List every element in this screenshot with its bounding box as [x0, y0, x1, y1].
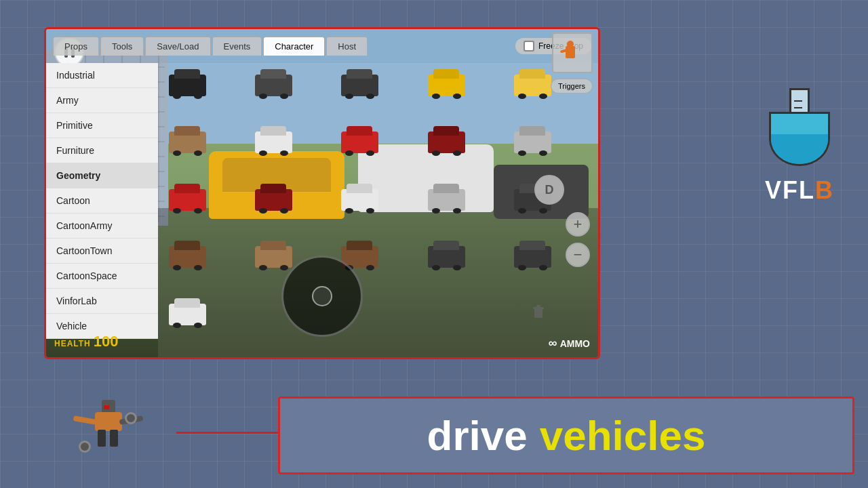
trash-button[interactable] [526, 299, 551, 323]
robot-wheel-left [79, 441, 91, 453]
category-primitive[interactable]: Primitive [46, 113, 158, 138]
vflb-b: B [815, 176, 834, 205]
vehicle-item[interactable] [422, 240, 470, 274]
category-vinforlab[interactable]: VinforLab [46, 289, 158, 314]
gun-crosshair [254, 235, 390, 357]
tab-saveload[interactable]: Save/Load [145, 37, 210, 56]
vehicle-item[interactable] [509, 68, 557, 102]
flask-body [769, 112, 830, 166]
health-display: HEALTH 100 [54, 333, 119, 350]
vehicle-item[interactable] [509, 240, 557, 274]
category-army[interactable]: Army [46, 88, 158, 113]
vehicle-item[interactable] [336, 125, 384, 159]
prop-preview [552, 33, 593, 73]
vflb-f: F [783, 176, 799, 205]
vehicle-item[interactable] [163, 298, 211, 331]
crosshair-circle [281, 256, 363, 337]
d-button[interactable]: D [534, 175, 564, 205]
vehicle-item[interactable] [422, 68, 470, 102]
freeze-prop-checkbox[interactable] [524, 41, 534, 52]
vehicle-item[interactable] [163, 68, 211, 102]
robot-leg-right [110, 430, 118, 447]
robot-arm-left [73, 415, 98, 425]
caption-word1: drive [427, 415, 528, 457]
svg-rect-2 [536, 305, 540, 308]
category-cartoontown[interactable]: CartoonTown [46, 239, 158, 264]
robot-leg-left [98, 430, 106, 447]
flask-neck [789, 88, 810, 112]
tab-tools[interactable]: Tools [100, 37, 144, 56]
robot-torso [95, 412, 122, 431]
vflb-logo: V F L B [765, 88, 834, 205]
robot-figure [68, 393, 163, 461]
vflb-text: V F L B [765, 176, 834, 205]
flask-container [766, 88, 833, 176]
ammo-infinity-icon: ∞ [549, 336, 557, 350]
vehicle-item[interactable] [163, 183, 211, 217]
vehicle-item[interactable] [163, 125, 211, 159]
vehicle-item[interactable] [336, 68, 384, 102]
vehicle-item[interactable] [163, 240, 211, 274]
vehicle-item[interactable] [336, 183, 384, 217]
category-furniture[interactable]: Furniture [46, 138, 158, 163]
health-value: 100 [94, 333, 119, 350]
category-cartoonarmy[interactable]: CartoonArmy [46, 214, 158, 239]
triggers-button[interactable]: Triggers [551, 79, 593, 94]
tab-props[interactable]: Props [53, 37, 99, 56]
vehicle-item[interactable] [250, 183, 297, 217]
right-panel: Triggers [551, 33, 593, 94]
vflb-l: L [799, 176, 815, 205]
arrow-line [176, 432, 285, 434]
game-viewport: Props Tools Save/Load Events Character H… [44, 27, 600, 359]
vehicle-item[interactable] [422, 183, 470, 217]
robot-eye [104, 405, 109, 409]
tab-character[interactable]: Character [263, 37, 325, 56]
vehicle-item[interactable] [422, 125, 470, 159]
category-industrial[interactable]: Industrial [46, 63, 158, 88]
vehicle-item[interactable] [250, 68, 297, 102]
category-cartoon[interactable]: Cartoon [46, 188, 158, 214]
zoom-out-button[interactable]: − [566, 243, 590, 267]
category-geometry[interactable]: Geometry [46, 163, 158, 188]
category-list: Industrial Army Primitive Furniture Geom… [46, 63, 158, 339]
category-cartoonspace[interactable]: CartoonSpace [46, 264, 158, 289]
robot-wheel-right [125, 412, 137, 424]
vehicle-item[interactable] [509, 125, 557, 159]
vehicle-item[interactable] [250, 125, 297, 159]
health-label: HEALTH [54, 339, 91, 348]
ammo-display: ∞ AMMO [549, 336, 590, 350]
crosshair-inner [312, 286, 332, 306]
top-navigation: Props Tools Save/Load Events Character H… [46, 29, 598, 63]
zoom-in-button[interactable]: + [566, 212, 590, 237]
caption-box: drive vehicles [278, 396, 854, 474]
tab-events[interactable]: Events [212, 37, 262, 56]
vflb-v: V [765, 176, 783, 205]
trash-icon [529, 302, 548, 321]
ammo-label: AMMO [560, 338, 590, 349]
tab-host[interactable]: Host [326, 37, 368, 56]
prop-figure-icon [560, 41, 585, 65]
caption-word2: vehicles [540, 415, 706, 457]
svg-rect-0 [534, 308, 542, 318]
